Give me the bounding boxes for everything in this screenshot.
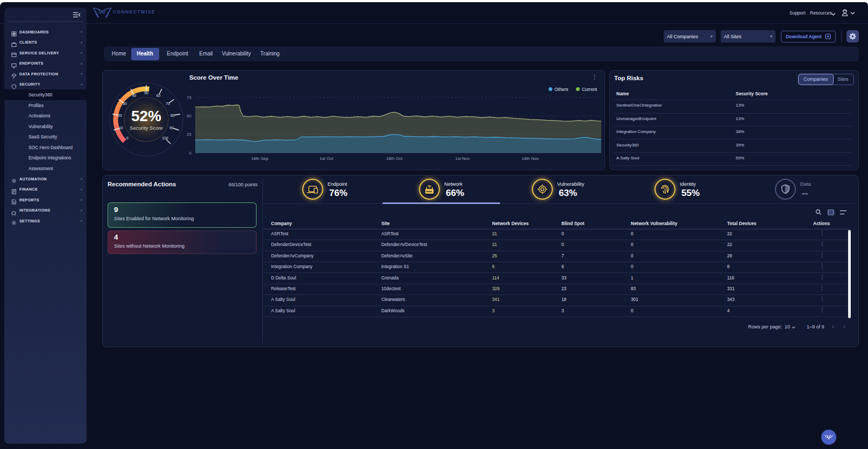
svg-text:60: 60 — [156, 94, 161, 97]
svg-text:0: 0 — [126, 136, 129, 140]
svg-text:50: 50 — [187, 114, 191, 118]
svg-text:0: 0 — [189, 151, 192, 156]
svg-text:25: 25 — [187, 132, 191, 137]
svg-text:1st Oct: 1st Oct — [319, 156, 333, 161]
svg-text:75: 75 — [187, 95, 191, 100]
svg-text:40: 40 — [132, 94, 137, 97]
svg-text:30: 30 — [123, 102, 127, 106]
svg-text:1st Nov: 1st Nov — [455, 156, 469, 161]
svg-text:18th Oct: 18th Oct — [386, 156, 403, 161]
svg-text:Security Score: Security Score — [130, 125, 163, 131]
svg-text:50: 50 — [144, 91, 148, 95]
svg-text:18th Sep: 18th Sep — [251, 156, 269, 161]
svg-text:70: 70 — [166, 102, 170, 106]
svg-text:90: 90 — [169, 126, 174, 130]
svg-text:18th Nov: 18th Nov — [522, 156, 539, 161]
svg-text:100: 100 — [162, 136, 168, 140]
svg-text:10: 10 — [119, 126, 123, 130]
svg-text:20: 20 — [118, 114, 122, 117]
svg-text:52%: 52% — [131, 108, 161, 124]
svg-text:80: 80 — [170, 114, 175, 117]
